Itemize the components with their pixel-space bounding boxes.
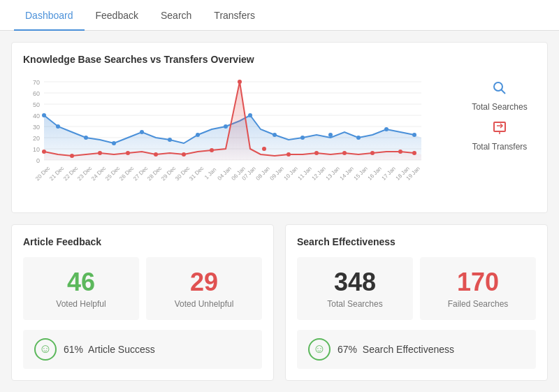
main-content: Knowledge Base Searches vs Transfers Ove… bbox=[0, 31, 559, 392]
app-container: Dashboard Feedback Search Transfers Know… bbox=[0, 0, 559, 392]
svg-point-23 bbox=[196, 133, 200, 137]
svg-text:11 Jan: 11 Jan bbox=[297, 166, 313, 182]
svg-point-29 bbox=[356, 136, 361, 140]
svg-text:21 Dec: 21 Dec bbox=[48, 165, 65, 182]
transfer-icon bbox=[492, 120, 507, 139]
voted-unhelpful-box: 29 Voted Unhelpful bbox=[146, 257, 262, 320]
svg-point-17 bbox=[42, 113, 46, 117]
svg-point-38 bbox=[182, 152, 186, 157]
svg-text:09 Jan: 09 Jan bbox=[269, 166, 285, 182]
svg-point-47 bbox=[412, 151, 416, 155]
svg-text:08 Jan: 08 Jan bbox=[255, 166, 271, 182]
bottom-row: Article Feedback 46 Voted Helpful 29 Vot… bbox=[11, 224, 548, 381]
svg-point-45 bbox=[370, 151, 375, 155]
failed-searches-box: 170 Failed Searches bbox=[420, 257, 536, 320]
tab-dashboard[interactable]: Dashboard bbox=[14, 0, 85, 31]
svg-text:30: 30 bbox=[33, 124, 40, 131]
svg-text:50: 50 bbox=[33, 101, 40, 108]
svg-text:0: 0 bbox=[36, 157, 40, 164]
svg-point-40 bbox=[238, 80, 242, 84]
svg-text:26 Dec: 26 Dec bbox=[118, 165, 135, 182]
svg-text:22 Dec: 22 Dec bbox=[62, 165, 79, 182]
svg-point-44 bbox=[342, 151, 347, 155]
search-smiley-icon: ☺ bbox=[308, 338, 331, 361]
voted-unhelpful-number: 29 bbox=[153, 268, 255, 296]
search-icon bbox=[492, 80, 507, 99]
total-searches-label: Total Searches bbox=[304, 299, 406, 309]
voted-helpful-box: 46 Voted Helpful bbox=[23, 257, 139, 320]
svg-point-25 bbox=[248, 113, 252, 117]
svg-point-20 bbox=[112, 141, 116, 145]
svg-rect-78 bbox=[494, 122, 505, 131]
svg-point-26 bbox=[273, 133, 277, 137]
svg-point-21 bbox=[140, 130, 144, 134]
svg-text:12 Jan: 12 Jan bbox=[311, 166, 327, 182]
svg-point-36 bbox=[126, 151, 130, 155]
svg-line-77 bbox=[502, 90, 506, 94]
svg-text:20 Dec: 20 Dec bbox=[34, 165, 51, 182]
svg-point-42 bbox=[286, 152, 291, 157]
article-feedback-title: Article Feedback bbox=[23, 236, 262, 247]
svg-text:31 Dec: 31 Dec bbox=[188, 165, 205, 182]
chart-area: 70 60 50 40 30 20 10 0 bbox=[23, 73, 536, 201]
article-feedback-boxes: 46 Voted Helpful 29 Voted Unhelpful bbox=[23, 257, 262, 320]
svg-text:25 Dec: 25 Dec bbox=[104, 165, 121, 182]
article-feedback-card: Article Feedback 46 Voted Helpful 29 Vot… bbox=[11, 224, 274, 381]
search-effectiveness-percent: 67% bbox=[337, 344, 357, 355]
svg-text:23 Dec: 23 Dec bbox=[76, 165, 93, 182]
svg-point-28 bbox=[328, 133, 333, 137]
svg-text:15 Jan: 15 Jan bbox=[353, 166, 369, 182]
tab-transfers[interactable]: Transfers bbox=[203, 0, 266, 31]
svg-point-18 bbox=[56, 124, 60, 129]
svg-point-34 bbox=[70, 154, 74, 158]
article-success-percent: 61% bbox=[64, 344, 83, 355]
svg-point-37 bbox=[154, 152, 158, 157]
search-effectiveness-title: Search Effectiveness bbox=[297, 236, 536, 247]
svg-point-30 bbox=[384, 127, 389, 131]
svg-text:16 Jan: 16 Jan bbox=[367, 166, 383, 182]
tab-search[interactable]: Search bbox=[150, 0, 203, 31]
svg-point-43 bbox=[314, 151, 319, 155]
svg-point-46 bbox=[398, 150, 402, 154]
svg-point-24 bbox=[224, 124, 228, 129]
svg-point-41 bbox=[262, 147, 266, 151]
svg-text:04 Jan: 04 Jan bbox=[217, 166, 233, 182]
svg-text:24 Dec: 24 Dec bbox=[90, 165, 107, 182]
chart-card: Knowledge Base Searches vs Transfers Ove… bbox=[11, 42, 548, 213]
svg-text:17 Jan: 17 Jan bbox=[381, 166, 397, 182]
legend-total-searches-label: Total Searches bbox=[472, 102, 527, 112]
svg-text:27 Dec: 27 Dec bbox=[132, 165, 149, 182]
svg-text:1 Jan: 1 Jan bbox=[203, 166, 217, 180]
article-smiley-icon: ☺ bbox=[34, 338, 57, 361]
svg-text:70: 70 bbox=[33, 79, 40, 86]
svg-text:10 Jan: 10 Jan bbox=[283, 166, 299, 182]
total-searches-box: 348 Total Searches bbox=[297, 257, 413, 320]
svg-point-31 bbox=[412, 133, 416, 137]
chart-legend: Total Searches Total Transfers bbox=[452, 73, 536, 152]
legend-total-searches: Total Searches bbox=[463, 80, 536, 112]
svg-point-19 bbox=[84, 136, 88, 140]
svg-text:14 Jan: 14 Jan bbox=[339, 166, 355, 182]
tab-feedback[interactable]: Feedback bbox=[85, 0, 150, 31]
search-effectiveness-label: Search Effectiveness bbox=[363, 344, 454, 355]
svg-text:40: 40 bbox=[33, 112, 40, 119]
svg-text:30 Dec: 30 Dec bbox=[174, 165, 191, 182]
svg-point-27 bbox=[300, 136, 305, 140]
svg-text:29 Dec: 29 Dec bbox=[160, 165, 177, 182]
chart-title: Knowledge Base Searches vs Transfers Ove… bbox=[23, 54, 536, 65]
search-effectiveness-text: 67% Search Effectiveness bbox=[337, 344, 454, 355]
svg-text:10: 10 bbox=[33, 146, 40, 153]
voted-helpful-number: 46 bbox=[30, 268, 132, 296]
svg-text:13 Jan: 13 Jan bbox=[325, 166, 341, 182]
article-success-label: Article Success bbox=[88, 344, 155, 355]
svg-point-33 bbox=[42, 150, 46, 154]
svg-text:60: 60 bbox=[33, 90, 40, 97]
search-effectiveness-boxes: 348 Total Searches 170 Failed Searches bbox=[297, 257, 536, 320]
svg-point-76 bbox=[494, 82, 502, 91]
voted-helpful-label: Voted Helpful bbox=[30, 299, 132, 309]
tab-bar: Dashboard Feedback Search Transfers bbox=[0, 0, 559, 31]
voted-unhelpful-label: Voted Unhelpful bbox=[153, 299, 255, 309]
failed-searches-label: Failed Searches bbox=[427, 299, 529, 309]
search-effectiveness-card: Search Effectiveness 348 Total Searches … bbox=[285, 224, 548, 381]
svg-text:20: 20 bbox=[33, 135, 40, 142]
